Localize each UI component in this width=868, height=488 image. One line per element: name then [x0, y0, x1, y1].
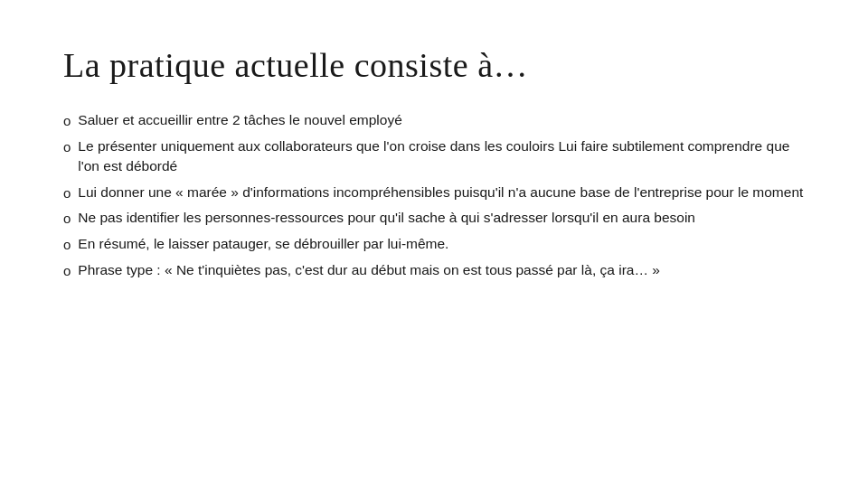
bullet-marker: o — [63, 137, 71, 157]
bullet-marker: o — [63, 261, 71, 281]
bullet-text: Le présenter uniquement aux collaborateu… — [78, 136, 805, 177]
bullet-item: oSaluer et accueillir entre 2 tâches le … — [63, 110, 805, 131]
bullet-marker: o — [63, 209, 71, 229]
bullet-item: oLe présenter uniquement aux collaborate… — [63, 136, 805, 177]
bullet-item: oNe pas identifier les personnes-ressour… — [63, 208, 805, 229]
bullet-text: Saluer et accueillir entre 2 tâches le n… — [78, 110, 805, 130]
slide-title: La pratique actuelle consiste à… — [63, 45, 805, 85]
bullet-item: oEn résumé, le laisser patauger, se débr… — [63, 234, 805, 255]
bullet-text: Ne pas identifier les personnes-ressourc… — [78, 208, 805, 228]
bullet-list: oSaluer et accueillir entre 2 tâches le … — [63, 110, 805, 281]
bullet-item: oLui donner une « marée » d'informations… — [63, 183, 805, 203]
bullet-item: oPhrase type : « Ne t'inquiètes pas, c'e… — [63, 260, 805, 281]
bullet-text: En résumé, le laisser patauger, se débro… — [78, 234, 805, 254]
bullet-marker: o — [63, 111, 71, 131]
bullet-marker: o — [63, 235, 71, 255]
bullet-text: Lui donner une « marée » d'informations … — [78, 183, 805, 202]
bullet-marker: o — [63, 183, 71, 203]
slide: La pratique actuelle consiste à… oSaluer… — [0, 0, 868, 488]
bullet-text: Phrase type : « Ne t'inquiètes pas, c'es… — [78, 260, 805, 280]
